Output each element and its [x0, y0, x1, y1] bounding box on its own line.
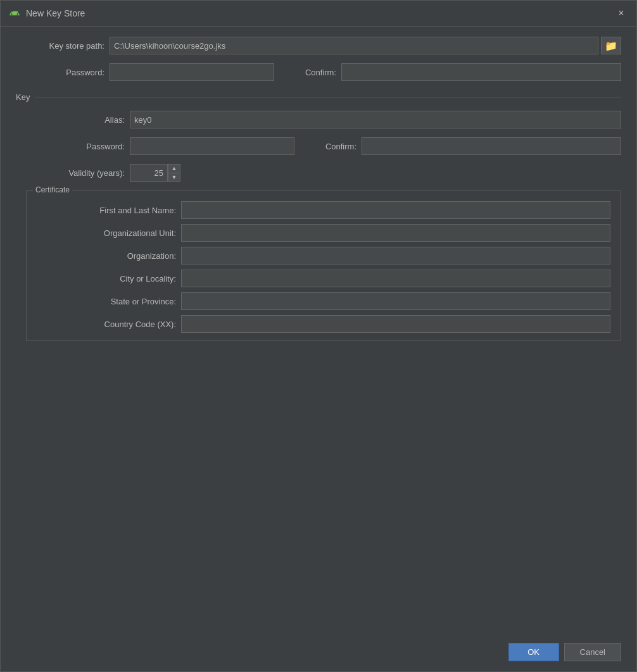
state-label: State or Province:: [37, 297, 176, 306]
key-confirm-input[interactable]: [362, 137, 621, 155]
keystore-path-input[interactable]: [110, 37, 598, 54]
validity-label: Validity (years):: [36, 168, 125, 178]
city-label-text: City or Locality:: [120, 274, 176, 283]
certificate-section: Certificate First and Last Name: Organiz…: [26, 190, 621, 341]
keystore-path-input-wrapper: 📁: [110, 37, 621, 54]
keystore-password-label: Password:: [16, 68, 104, 77]
country-label: Country Code (XX):: [37, 320, 176, 329]
new-key-store-dialog: New Key Store × Key store path: 📁 Passwo…: [0, 0, 637, 672]
org-label: Organization:: [37, 251, 176, 261]
keystore-confirm-label-text: Confirm:: [305, 68, 336, 77]
city-label: City or Locality:: [37, 274, 176, 283]
validity-row: Validity (years): ▲ ▼: [16, 164, 621, 182]
spinner-up-button[interactable]: ▲: [168, 164, 180, 173]
certificate-title: Certificate: [33, 185, 72, 194]
keystore-confirm-label: Confirm:: [279, 68, 336, 77]
state-input[interactable]: [181, 292, 610, 310]
state-row: State or Province:: [37, 292, 610, 310]
org-row: Organization:: [37, 247, 610, 264]
android-icon: [8, 7, 21, 20]
keystore-path-label: Key store path:: [16, 41, 104, 51]
key-password-input[interactable]: [130, 137, 294, 155]
keystore-path-label-text: Key store path:: [49, 41, 104, 51]
key-confirm-label: Confirm:: [300, 142, 356, 151]
key-password-label-text: Password:: [86, 142, 125, 151]
folder-icon: 📁: [605, 40, 617, 52]
dialog-content: Key store path: 📁 Password: Confirm: Key: [1, 27, 636, 633]
first-last-row: First and Last Name:: [37, 201, 610, 219]
certificate-box: Certificate First and Last Name: Organiz…: [26, 190, 621, 341]
keystore-path-row: Key store path: 📁: [16, 37, 621, 54]
keystore-password-input[interactable]: [110, 63, 274, 81]
first-last-input[interactable]: [181, 201, 610, 219]
ok-button[interactable]: OK: [508, 643, 559, 661]
key-section-header: Key: [16, 92, 621, 102]
country-label-text: Country Code (XX):: [104, 320, 176, 329]
org-input[interactable]: [181, 247, 610, 264]
country-input[interactable]: [181, 315, 610, 333]
title-bar: New Key Store ×: [1, 1, 636, 27]
key-password-label: Password:: [36, 142, 125, 151]
cancel-button[interactable]: Cancel: [564, 643, 621, 661]
keystore-password-label-text: Password:: [66, 68, 104, 77]
alias-row: Alias:: [16, 111, 621, 128]
org-unit-input[interactable]: [181, 224, 610, 242]
spinner-buttons: ▲ ▼: [168, 164, 180, 182]
country-row: Country Code (XX):: [37, 315, 610, 333]
key-section-divider-line: [35, 97, 621, 97]
first-last-label-text: First and Last Name:: [99, 206, 176, 215]
validity-input[interactable]: [130, 164, 168, 182]
org-unit-label-text: Organizational Unit:: [104, 228, 176, 238]
alias-label: Alias:: [36, 115, 125, 125]
spinner-down-button[interactable]: ▼: [168, 173, 180, 182]
validity-label-text: Validity (years):: [68, 168, 125, 178]
city-input[interactable]: [181, 270, 610, 287]
org-label-text: Organization:: [127, 251, 176, 261]
key-password-row: Password: Confirm:: [16, 137, 621, 155]
alias-input[interactable]: [130, 111, 621, 128]
state-label-text: State or Province:: [111, 297, 176, 306]
close-button[interactable]: ×: [614, 6, 629, 21]
org-unit-label: Organizational Unit:: [37, 228, 176, 238]
title-bar-left: New Key Store: [8, 7, 85, 20]
dialog-footer: OK Cancel: [1, 633, 636, 671]
dialog-title: New Key Store: [26, 8, 85, 18]
validity-spinner: ▲ ▼: [130, 164, 180, 182]
keystore-confirm-input[interactable]: [341, 63, 621, 81]
first-last-label: First and Last Name:: [37, 206, 176, 215]
keystore-password-row: Password: Confirm:: [16, 63, 621, 81]
org-unit-row: Organizational Unit:: [37, 224, 610, 242]
key-confirm-label-text: Confirm:: [325, 142, 356, 151]
key-section-label: Key: [16, 92, 35, 102]
browse-button[interactable]: 📁: [601, 37, 621, 54]
alias-label-text: Alias:: [104, 115, 125, 125]
city-row: City or Locality:: [37, 270, 610, 287]
